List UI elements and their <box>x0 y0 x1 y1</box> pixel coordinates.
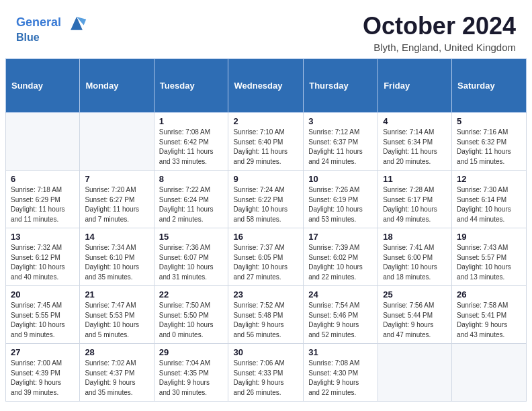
logo-icon <box>66 12 87 34</box>
calendar-cell: 21Sunrise: 7:47 AM Sunset: 5:53 PM Dayli… <box>80 286 154 344</box>
day-info: Sunrise: 7:22 AM Sunset: 6:24 PM Dayligh… <box>159 185 224 224</box>
day-number: 28 <box>85 347 148 357</box>
page-header: General Blue October 2024 Blyth, England… <box>0 0 532 58</box>
day-number: 19 <box>457 232 521 242</box>
day-number: 27 <box>11 347 75 357</box>
day-number: 31 <box>308 347 373 357</box>
calendar-cell: 14Sunrise: 7:34 AM Sunset: 6:10 PM Dayli… <box>80 228 154 286</box>
day-number: 23 <box>233 289 298 300</box>
day-number: 24 <box>308 289 373 300</box>
day-info: Sunrise: 7:18 AM Sunset: 6:29 PM Dayligh… <box>11 185 75 224</box>
calendar-cell: 23Sunrise: 7:52 AM Sunset: 5:48 PM Dayli… <box>228 286 304 344</box>
calendar-cell: 9Sunrise: 7:24 AM Sunset: 6:22 PM Daylig… <box>228 171 304 228</box>
calendar-cell: 30Sunrise: 7:06 AM Sunset: 4:33 PM Dayli… <box>228 344 304 402</box>
day-number: 13 <box>11 232 75 242</box>
calendar-cell: 7Sunrise: 7:20 AM Sunset: 6:27 PM Daylig… <box>80 171 154 228</box>
calendar-cell: 20Sunrise: 7:45 AM Sunset: 5:55 PM Dayli… <box>6 286 80 344</box>
day-number: 22 <box>159 289 224 300</box>
calendar-cell <box>80 113 154 171</box>
calendar-header-wednesday: Wednesday <box>228 59 304 113</box>
calendar-cell: 16Sunrise: 7:37 AM Sunset: 6:05 PM Dayli… <box>228 228 304 286</box>
calendar-cell: 3Sunrise: 7:12 AM Sunset: 6:37 PM Daylig… <box>304 113 378 171</box>
location: Blyth, England, United Kingdom <box>363 42 516 53</box>
day-info: Sunrise: 7:00 AM Sunset: 4:39 PM Dayligh… <box>11 359 75 398</box>
day-info: Sunrise: 7:26 AM Sunset: 6:19 PM Dayligh… <box>308 185 373 224</box>
day-info: Sunrise: 7:02 AM Sunset: 4:37 PM Dayligh… <box>85 359 148 398</box>
day-info: Sunrise: 7:06 AM Sunset: 4:33 PM Dayligh… <box>233 359 298 398</box>
calendar-cell: 26Sunrise: 7:58 AM Sunset: 5:41 PM Dayli… <box>452 286 527 344</box>
calendar-cell: 25Sunrise: 7:56 AM Sunset: 5:44 PM Dayli… <box>378 286 452 344</box>
day-info: Sunrise: 7:30 AM Sunset: 6:14 PM Dayligh… <box>457 185 521 224</box>
day-info: Sunrise: 7:16 AM Sunset: 6:32 PM Dayligh… <box>457 128 521 167</box>
day-info: Sunrise: 7:14 AM Sunset: 6:34 PM Dayligh… <box>383 128 447 167</box>
day-info: Sunrise: 7:58 AM Sunset: 5:41 PM Dayligh… <box>457 301 521 340</box>
calendar-header-thursday: Thursday <box>304 59 378 113</box>
calendar-cell: 2Sunrise: 7:10 AM Sunset: 6:40 PM Daylig… <box>228 113 304 171</box>
day-number: 21 <box>85 289 148 300</box>
day-number: 9 <box>233 174 298 184</box>
day-info: Sunrise: 7:20 AM Sunset: 6:27 PM Dayligh… <box>85 185 148 224</box>
day-number: 29 <box>159 347 224 357</box>
calendar-cell: 12Sunrise: 7:30 AM Sunset: 6:14 PM Dayli… <box>452 171 527 228</box>
day-info: Sunrise: 7:56 AM Sunset: 5:44 PM Dayligh… <box>383 301 447 340</box>
calendar-cell: 5Sunrise: 7:16 AM Sunset: 6:32 PM Daylig… <box>452 113 527 171</box>
calendar-cell: 24Sunrise: 7:54 AM Sunset: 5:46 PM Dayli… <box>304 286 378 344</box>
calendar-cell: 28Sunrise: 7:02 AM Sunset: 4:37 PM Dayli… <box>80 344 154 402</box>
calendar-cell: 22Sunrise: 7:50 AM Sunset: 5:50 PM Dayli… <box>154 286 228 344</box>
calendar-cell: 29Sunrise: 7:04 AM Sunset: 4:35 PM Dayli… <box>154 344 228 402</box>
calendar-header-row: SundayMondayTuesdayWednesdayThursdayFrid… <box>6 59 527 113</box>
day-number: 5 <box>457 116 521 126</box>
calendar-week-3: 13Sunrise: 7:32 AM Sunset: 6:12 PM Dayli… <box>6 228 527 286</box>
day-number: 30 <box>233 347 298 357</box>
calendar-header-tuesday: Tuesday <box>154 59 228 113</box>
day-info: Sunrise: 7:12 AM Sunset: 6:37 PM Dayligh… <box>308 128 373 167</box>
calendar-cell: 17Sunrise: 7:39 AM Sunset: 6:02 PM Dayli… <box>304 228 378 286</box>
day-info: Sunrise: 7:41 AM Sunset: 6:00 PM Dayligh… <box>383 243 447 282</box>
day-number: 4 <box>383 116 447 126</box>
day-number: 26 <box>457 289 521 300</box>
day-info: Sunrise: 7:45 AM Sunset: 5:55 PM Dayligh… <box>11 301 75 340</box>
calendar-cell: 11Sunrise: 7:28 AM Sunset: 6:17 PM Dayli… <box>378 171 452 228</box>
calendar-cell: 31Sunrise: 7:08 AM Sunset: 4:30 PM Dayli… <box>304 344 378 402</box>
day-info: Sunrise: 7:34 AM Sunset: 6:10 PM Dayligh… <box>85 243 148 282</box>
calendar-week-4: 20Sunrise: 7:45 AM Sunset: 5:55 PM Dayli… <box>6 286 527 344</box>
month-title: October 2024 <box>363 12 516 40</box>
day-number: 12 <box>457 174 521 184</box>
day-number: 10 <box>308 174 373 184</box>
day-number: 15 <box>159 232 224 242</box>
calendar-header-friday: Friday <box>378 59 452 113</box>
calendar-week-1: 1Sunrise: 7:08 AM Sunset: 6:42 PM Daylig… <box>6 113 527 171</box>
day-info: Sunrise: 7:08 AM Sunset: 4:30 PM Dayligh… <box>308 359 373 398</box>
calendar-cell: 15Sunrise: 7:36 AM Sunset: 6:07 PM Dayli… <box>154 228 228 286</box>
day-info: Sunrise: 7:08 AM Sunset: 6:42 PM Dayligh… <box>159 128 224 167</box>
calendar-cell: 13Sunrise: 7:32 AM Sunset: 6:12 PM Dayli… <box>6 228 80 286</box>
day-info: Sunrise: 7:28 AM Sunset: 6:17 PM Dayligh… <box>383 185 447 224</box>
calendar-cell: 18Sunrise: 7:41 AM Sunset: 6:00 PM Dayli… <box>378 228 452 286</box>
day-info: Sunrise: 7:36 AM Sunset: 6:07 PM Dayligh… <box>159 243 224 282</box>
calendar-table: SundayMondayTuesdayWednesdayThursdayFrid… <box>5 58 527 402</box>
day-number: 1 <box>159 116 224 126</box>
day-info: Sunrise: 7:10 AM Sunset: 6:40 PM Dayligh… <box>233 128 298 167</box>
logo: General Blue <box>16 12 87 44</box>
title-block: October 2024 Blyth, England, United King… <box>363 12 516 53</box>
calendar-cell: 6Sunrise: 7:18 AM Sunset: 6:29 PM Daylig… <box>6 171 80 228</box>
day-info: Sunrise: 7:43 AM Sunset: 5:57 PM Dayligh… <box>457 243 521 282</box>
day-info: Sunrise: 7:39 AM Sunset: 6:02 PM Dayligh… <box>308 243 373 282</box>
day-info: Sunrise: 7:52 AM Sunset: 5:48 PM Dayligh… <box>233 301 298 340</box>
calendar-cell: 4Sunrise: 7:14 AM Sunset: 6:34 PM Daylig… <box>378 113 452 171</box>
day-info: Sunrise: 7:24 AM Sunset: 6:22 PM Dayligh… <box>233 185 298 224</box>
day-info: Sunrise: 7:50 AM Sunset: 5:50 PM Dayligh… <box>159 301 224 340</box>
day-info: Sunrise: 7:32 AM Sunset: 6:12 PM Dayligh… <box>11 243 75 282</box>
calendar-cell: 10Sunrise: 7:26 AM Sunset: 6:19 PM Dayli… <box>304 171 378 228</box>
calendar-cell <box>452 344 527 402</box>
day-number: 2 <box>233 116 298 126</box>
calendar-week-2: 6Sunrise: 7:18 AM Sunset: 6:29 PM Daylig… <box>6 171 527 228</box>
day-number: 6 <box>11 174 75 184</box>
calendar-cell: 1Sunrise: 7:08 AM Sunset: 6:42 PM Daylig… <box>154 113 228 171</box>
calendar-cell <box>6 113 80 171</box>
day-info: Sunrise: 7:37 AM Sunset: 6:05 PM Dayligh… <box>233 243 298 282</box>
day-number: 3 <box>308 116 373 126</box>
day-number: 8 <box>159 174 224 184</box>
day-number: 20 <box>11 289 75 300</box>
day-info: Sunrise: 7:04 AM Sunset: 4:35 PM Dayligh… <box>159 359 224 398</box>
